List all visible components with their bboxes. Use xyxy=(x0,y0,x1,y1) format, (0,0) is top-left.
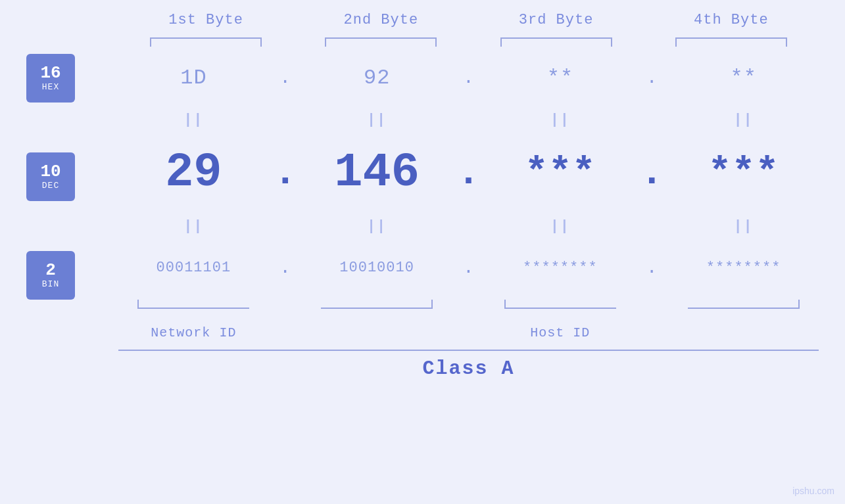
host-bracket-b4 xyxy=(668,300,819,318)
dec-b4-value: *** xyxy=(708,153,779,193)
dec-b2-cell: 146 xyxy=(302,149,452,196)
eq2-1-cell: || xyxy=(118,218,269,235)
network-bracket-b2 xyxy=(302,300,452,318)
eq2-1-symbol: || xyxy=(183,218,203,235)
dec-b4-cell: *** xyxy=(668,153,819,193)
host-id-label: Host ID xyxy=(530,321,590,344)
class-bar-line xyxy=(118,350,819,351)
hex-b3-value: ** xyxy=(547,66,573,90)
hex-dot3-symbol: . xyxy=(646,68,658,88)
spacer1 xyxy=(26,103,118,142)
hex-b4-value: ** xyxy=(730,66,756,90)
id-gap1 xyxy=(269,321,302,344)
hex-dot3: . xyxy=(635,68,668,88)
top-brackets xyxy=(26,28,819,47)
watermark: ipshu.com xyxy=(792,486,834,496)
eq4-cell: || xyxy=(668,112,819,128)
hex-b2-value: 92 xyxy=(364,66,390,90)
eq4-symbol: || xyxy=(733,112,753,128)
bin-badge-num: 2 xyxy=(45,261,56,280)
hex-b1-value: 1D xyxy=(180,66,206,90)
class-bar: Class A xyxy=(118,350,819,380)
bin-dot1-symbol: . xyxy=(279,258,291,278)
bracket-dot-gap1 xyxy=(269,300,302,318)
network-bracket-right xyxy=(321,300,433,309)
dec-b3-value: *** xyxy=(525,153,596,193)
bracket-dot-gap3 xyxy=(635,300,668,318)
bin-b4-value: ******** xyxy=(706,260,781,276)
bin-b4-cell: ******** xyxy=(668,260,819,276)
bin-badge: 2 BIN xyxy=(26,251,75,300)
dec-dot3-symbol: . xyxy=(640,153,664,193)
dec-b1-cell: 29 xyxy=(118,149,269,196)
bin-b1-value: 00011101 xyxy=(157,260,231,276)
hex-dot1: . xyxy=(269,68,302,88)
bin-dot2-symbol: . xyxy=(463,258,474,278)
bin-b2-cell: 10010010 xyxy=(302,260,452,276)
bracket-top-3 xyxy=(500,37,612,47)
bin-dot3: . xyxy=(635,258,668,278)
bin-data-row: 00011101 . 10010010 . ******** . xyxy=(118,243,819,292)
hex-b3-cell: ** xyxy=(485,66,636,90)
bin-b3-value: ******** xyxy=(523,260,598,276)
eq3-cell: || xyxy=(485,112,636,128)
bin-dot2: . xyxy=(452,258,485,278)
eq2-4-cell: || xyxy=(668,218,819,235)
bin-b3-cell: ******** xyxy=(485,260,636,276)
network-bracket-left xyxy=(137,300,249,309)
eq1-symbol: || xyxy=(183,112,203,128)
eq2-cell: || xyxy=(302,112,452,128)
bin-dot3-symbol: . xyxy=(646,258,658,278)
dec-dot2: . xyxy=(452,153,485,193)
bracket-cell-3 xyxy=(469,28,644,47)
hex-dot2: . xyxy=(452,68,485,88)
bin-dot1: . xyxy=(269,258,302,278)
bin-b1-cell: 00011101 xyxy=(118,260,269,276)
hex-badge-num: 16 xyxy=(40,64,60,83)
network-bracket-b1 xyxy=(118,300,269,318)
bin-b2-value: 10010010 xyxy=(339,260,414,276)
bracket-cell-4 xyxy=(644,28,819,47)
dec-dot2-symbol: . xyxy=(456,153,480,193)
bin-label-row: 2 BIN xyxy=(26,250,118,300)
byte3-header: 3rd Byte xyxy=(469,12,644,28)
bottom-brackets xyxy=(26,300,819,318)
hex-badge-base: HEX xyxy=(42,82,59,92)
class-a-label: Class A xyxy=(118,357,819,380)
eq3-symbol: || xyxy=(550,112,570,128)
host-bracket-right xyxy=(688,300,800,309)
id-gap2 xyxy=(452,321,485,344)
eq2-2-cell: || xyxy=(302,218,452,235)
hex-b2-cell: 92 xyxy=(302,66,452,90)
bracket-top-4 xyxy=(675,37,787,47)
main-grid: 16 HEX 10 DEC 2 BIN xyxy=(26,53,819,300)
hex-b1-cell: 1D xyxy=(118,66,269,90)
equals-row-2: || || || || xyxy=(118,209,819,243)
byte-headers: 1st Byte 2nd Byte 3rd Byte 4th Byte xyxy=(26,0,819,28)
dec-label-row: 10 DEC xyxy=(26,142,118,211)
main-container: 1st Byte 2nd Byte 3rd Byte 4th Byte 16 H… xyxy=(0,0,845,504)
id-spacer2 xyxy=(668,321,819,344)
bracket-dot-gap2 xyxy=(452,300,485,318)
byte4-header: 4th Byte xyxy=(644,12,819,28)
bracket-top-2 xyxy=(325,37,437,47)
id-labels-row: Network ID Host ID xyxy=(26,321,819,344)
id-gap3 xyxy=(635,321,668,344)
eq2-4-symbol: || xyxy=(733,218,753,235)
data-columns: 1D . 92 . ** . ** xyxy=(118,53,819,300)
hex-b4-cell: ** xyxy=(668,66,819,90)
dec-badge: 10 DEC xyxy=(26,152,75,201)
dec-badge-base: DEC xyxy=(42,181,59,191)
host-id-container: Host ID xyxy=(485,321,636,344)
dec-data-row: 29 . 146 . *** . *** xyxy=(118,137,819,209)
hex-label-row: 16 HEX xyxy=(26,53,118,103)
eq2-3-cell: || xyxy=(485,218,636,235)
hex-dot1-symbol: . xyxy=(279,68,291,88)
bin-badge-base: BIN xyxy=(42,279,59,289)
bracket-cell-1 xyxy=(118,28,293,47)
bracket-top-1 xyxy=(150,37,262,47)
host-bracket-b3 xyxy=(485,300,636,318)
id-spacer xyxy=(302,321,452,344)
dec-dot3: . xyxy=(635,153,668,193)
eq2-3-symbol: || xyxy=(550,218,570,235)
